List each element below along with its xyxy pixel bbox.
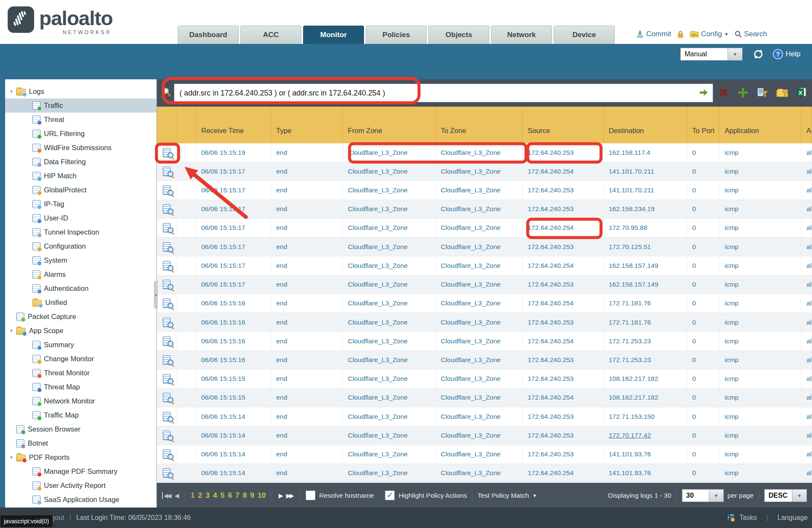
cell-value[interactable]: Cloudflare_L3_Zone <box>348 469 407 477</box>
cell-value[interactable]: end <box>276 413 287 421</box>
cell-value[interactable]: icmp <box>725 337 739 345</box>
config-menu[interactable]: Config ▼ <box>690 30 729 38</box>
cell-value[interactable]: icmp <box>725 432 739 439</box>
refresh-mode-dropdown-icon[interactable]: ▼ <box>728 48 743 61</box>
cell-value[interactable]: 162.158.157.149 <box>609 262 658 270</box>
log-row-2[interactable]: 06/06 15:15:17endCloudflare_L3_ZoneCloud… <box>157 162 812 181</box>
cell-value[interactable]: 172.71.181.76 <box>609 319 651 326</box>
cell-value[interactable]: 172.64.240.253 <box>528 375 574 383</box>
cell-value[interactable]: end <box>276 319 287 326</box>
tab-monitor[interactable]: Monitor <box>303 26 364 44</box>
cell-value[interactable]: 172.64.240.253 <box>528 432 574 439</box>
sidebar-item-network-monitor[interactable]: Network Monitor <box>5 394 156 408</box>
log-row-14[interactable]: 06/06 15:15:15endCloudflare_L3_ZoneCloud… <box>157 389 812 407</box>
cell-value[interactable]: Cloudflare_L3_Zone <box>348 337 407 345</box>
cell-value[interactable]: 162.158.157.149 <box>609 281 658 288</box>
cell-value[interactable]: end <box>276 224 287 232</box>
cell-value[interactable]: Cloudflare_L3_Zone <box>441 299 500 307</box>
cell-value[interactable]: allow <box>806 205 812 213</box>
log-detail-icon[interactable] <box>163 299 170 308</box>
cell-value[interactable]: Cloudflare_L3_Zone <box>348 168 407 175</box>
cell-value[interactable]: end <box>276 356 287 364</box>
cell-value[interactable]: allow <box>806 375 812 383</box>
sidebar-item-alarms[interactable]: Alarms <box>5 267 156 281</box>
log-detail-icon[interactable] <box>163 468 170 478</box>
log-row-7[interactable]: 06/06 15:15:17endCloudflare_L3_ZoneCloud… <box>157 256 812 275</box>
cell-value[interactable]: allow <box>806 243 812 251</box>
language-button[interactable]: Language <box>777 514 808 522</box>
cell-value[interactable]: 172.64.240.253 <box>528 413 574 421</box>
cell-value[interactable]: Cloudflare_L3_Zone <box>348 319 407 326</box>
cell-value[interactable]: Cloudflare_L3_Zone <box>441 450 500 458</box>
cell-value[interactable]: 172.64.240.253 <box>528 243 574 251</box>
cell-value[interactable]: 06/06 15:15:17 <box>201 205 245 213</box>
cell-value[interactable]: end <box>276 243 287 251</box>
column-header-receive-time[interactable]: Receive Time <box>196 107 271 143</box>
page-4[interactable]: 4 <box>213 491 217 500</box>
cell-value[interactable]: 06/06 15:15:16 <box>201 299 245 307</box>
cell-value[interactable]: 172.64.240.254 <box>528 337 574 345</box>
column-header-type[interactable]: Type <box>271 107 343 143</box>
log-detail-icon[interactable] <box>163 242 170 252</box>
cell-value[interactable]: 0 <box>692 375 696 383</box>
log-row-11[interactable]: 06/06 15:15:16endCloudflare_L3_ZoneCloud… <box>157 332 812 351</box>
cell-value[interactable]: 0 <box>692 205 696 213</box>
cell-value[interactable]: icmp <box>725 149 739 157</box>
cell-value[interactable]: 06/06 15:15:15 <box>201 375 245 383</box>
cell-value[interactable]: icmp <box>725 186 739 194</box>
sidebar-item-threat-monitor[interactable]: Threat Monitor <box>5 366 156 380</box>
lock-button[interactable] <box>677 30 684 38</box>
log-detail-icon[interactable] <box>163 204 170 214</box>
cell-value[interactable]: Cloudflare_L3_Zone <box>441 337 500 345</box>
sidebar-item-ip-tag[interactable]: IP-Tag <box>5 197 156 211</box>
tab-acc[interactable]: ACC <box>240 26 301 44</box>
cell-value[interactable]: 172.64.240.254 <box>528 394 574 401</box>
help-button[interactable]: ? Help <box>772 49 800 60</box>
sidebar-item-change-monitor[interactable]: Change Monitor <box>5 352 156 366</box>
cell-value[interactable]: allow <box>806 186 812 194</box>
cell-value[interactable]: allow <box>806 394 812 401</box>
cell-value[interactable]: 172.64.240.254 <box>528 469 574 477</box>
cell-value[interactable]: 06/06 15:15:14 <box>201 432 245 439</box>
cell-value[interactable]: 141.101.70.211 <box>609 186 654 194</box>
log-detail-icon[interactable] <box>163 186 170 195</box>
add-filter-button[interactable] <box>735 85 751 100</box>
sidebar-item-logs[interactable]: ▼Logs <box>5 84 156 99</box>
cell-value[interactable]: 0 <box>692 224 696 232</box>
cell-value[interactable]: Cloudflare_L3_Zone <box>348 149 407 157</box>
refresh-button[interactable] <box>752 48 765 61</box>
per-page-select[interactable]: 30 ▼ <box>682 489 724 502</box>
cell-value[interactable]: 06/06 15:15:16 <box>201 337 245 345</box>
column-header-source[interactable]: Source <box>523 107 604 143</box>
cell-value[interactable]: allow <box>806 168 812 175</box>
sidebar-item-pdf-reports[interactable]: ▼PDF Reports <box>5 450 156 464</box>
cell-value[interactable]: 06/06 15:15:17 <box>201 262 245 270</box>
cell-value[interactable]: end <box>276 281 287 288</box>
log-row-12[interactable]: 06/06 15:15:16endCloudflare_L3_ZoneCloud… <box>157 351 812 369</box>
cell-value[interactable]: Cloudflare_L3_Zone <box>441 186 500 194</box>
next-page-button[interactable]: ▶ <box>276 492 284 499</box>
apply-filter-button[interactable] <box>696 85 711 100</box>
cell-value[interactable]: 172.64.240.253 <box>528 281 574 288</box>
cell-value[interactable]: 172.71.181.76 <box>609 299 651 307</box>
cell-value[interactable]: icmp <box>725 243 739 251</box>
log-row-15[interactable]: 06/06 15:15:14endCloudflare_L3_ZoneCloud… <box>157 407 812 426</box>
cell-value[interactable]: icmp <box>725 356 739 364</box>
cell-value[interactable]: 162.158.117.4 <box>609 149 650 157</box>
log-row-3[interactable]: 06/06 15:15:17endCloudflare_L3_ZoneCloud… <box>157 181 812 200</box>
page-8[interactable]: 8 <box>243 491 247 500</box>
cell-value[interactable]: allow <box>806 337 812 345</box>
cell-value[interactable]: end <box>276 149 287 157</box>
cell-value[interactable]: 172.64.240.253 <box>528 149 574 157</box>
cell-value[interactable]: 172.64.240.254 <box>528 262 574 270</box>
cell-value[interactable]: 0 <box>692 413 696 421</box>
cell-value[interactable]: 0 <box>692 432 696 439</box>
cell-value[interactable]: allow <box>806 262 812 270</box>
cell-value[interactable]: 0 <box>692 319 696 326</box>
cell-value[interactable]: 172.70.95.88 <box>609 224 647 232</box>
log-detail-icon[interactable] <box>163 223 170 232</box>
cell-value[interactable]: Cloudflare_L3_Zone <box>441 432 500 439</box>
test-policy-match-menu[interactable]: Test Policy Match ▼ <box>477 492 537 499</box>
log-row-10[interactable]: 06/06 15:15:16endCloudflare_L3_ZoneCloud… <box>157 313 812 332</box>
cell-value[interactable]: Cloudflare_L3_Zone <box>348 262 407 270</box>
